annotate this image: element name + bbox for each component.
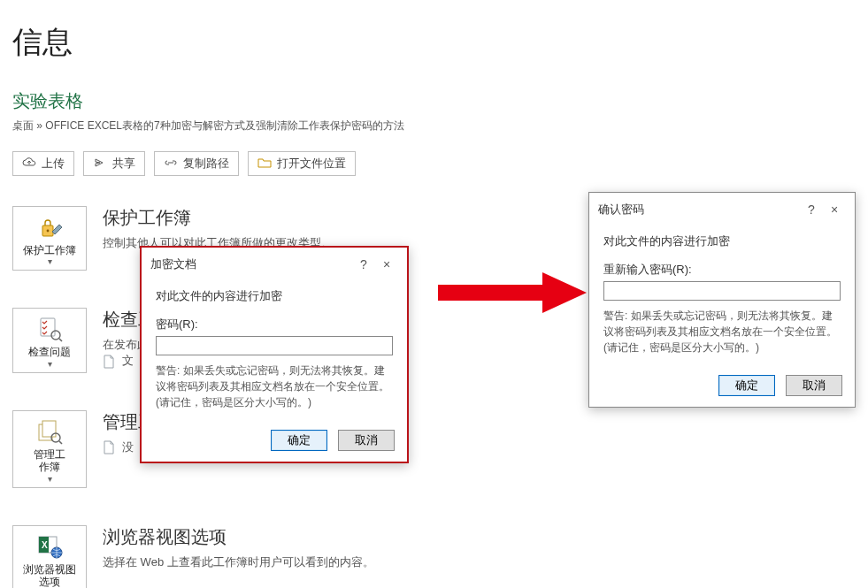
- protect-workbook-tile[interactable]: 保护工作簿 ▾: [12, 206, 87, 271]
- password-warning: 警告: 如果丢失或忘记密码，则无法将其恢复。建议将密码列表及其相应文档名放在一个…: [156, 363, 393, 410]
- password-input[interactable]: [156, 336, 393, 355]
- chevron-down-icon: ▾: [48, 474, 52, 484]
- inspect-tile[interactable]: 检查问题 ▾: [12, 308, 87, 372]
- ok-button[interactable]: 确定: [271, 430, 327, 451]
- dialog-footer: 确定 取消: [589, 368, 855, 407]
- browser-view-tile[interactable]: X 浏览器视图 选项: [12, 525, 87, 588]
- browser-view-tile-label: 浏览器视图 选项: [23, 563, 76, 588]
- open-location-label: 打开文件位置: [277, 156, 346, 172]
- encrypt-document-dialog: 加密文档 ? × 对此文件的内容进行加密 密码(R): 警告: 如果丢失或忘记密…: [140, 246, 409, 463]
- dialog-close-button[interactable]: ×: [375, 255, 398, 274]
- dialog-titlebar: 加密文档 ? ×: [142, 248, 407, 281]
- dialog-help-button[interactable]: ?: [352, 255, 375, 274]
- section-browser-body: 浏览器视图选项 选择在 Web 上查看此工作簿时用户可以看到的内容。: [103, 525, 437, 570]
- share-label: 共享: [112, 156, 135, 172]
- document-name: 实验表格: [12, 89, 437, 113]
- lock-key-icon: [35, 212, 65, 242]
- section-browser-view: X 浏览器视图 选项 浏览器视图选项 选择在 Web 上查看此工作簿时用户可以看…: [12, 525, 437, 588]
- link-icon: [164, 157, 178, 172]
- checklist-magnifier-icon: [35, 314, 65, 344]
- excel-backstage-composite: 信息 实验表格 桌面 » OFFICE EXCEL表格的7种加密与解密方式及强制…: [0, 0, 868, 588]
- chevron-down-icon: ▾: [48, 359, 52, 369]
- copy-path-label: 复制路径: [183, 156, 229, 172]
- arrow-right-icon: [438, 272, 587, 313]
- manage-tile-label: 管理工 作簿: [34, 448, 65, 474]
- dialog-body: 对此文件的内容进行加密 重新输入密码(R): 警告: 如果丢失或忘记密码，则无法…: [589, 226, 855, 368]
- ok-button[interactable]: 确定: [718, 375, 775, 396]
- protect-tile-label: 保护工作簿: [23, 244, 76, 256]
- share-button[interactable]: 共享: [83, 151, 145, 176]
- annotation-arrow: [438, 272, 587, 313]
- dialog-close-button[interactable]: ×: [823, 200, 846, 219]
- upload-label: 上传: [42, 156, 65, 172]
- dialog-subtitle: 对此文件的内容进行加密: [156, 288, 393, 304]
- page-icon: [103, 355, 115, 369]
- page-title: 信息: [12, 22, 437, 63]
- chevron-down-icon: ▾: [48, 256, 52, 266]
- copy-path-button[interactable]: 复制路径: [154, 151, 239, 176]
- svg-point-1: [47, 230, 50, 233]
- password-label: 密码(R):: [156, 317, 393, 332]
- manage-desc-text: 没: [122, 440, 134, 454]
- documents-stack-icon: [35, 416, 65, 447]
- share-icon: [93, 157, 107, 172]
- dialog-title-text: 确认密码: [598, 202, 644, 218]
- dialog-titlebar: 确认密码 ? ×: [589, 193, 855, 226]
- confirm-password-label: 重新输入密码(R):: [603, 262, 841, 278]
- cancel-button[interactable]: 取消: [338, 430, 395, 451]
- dialog-title-text: 加密文档: [150, 256, 196, 272]
- dialog-body: 对此文件的内容进行加密 密码(R): 警告: 如果丢失或忘记密码，则无法将其恢复…: [142, 281, 407, 423]
- confirm-password-input[interactable]: [603, 281, 841, 301]
- cancel-button[interactable]: 取消: [786, 375, 842, 396]
- open-location-button[interactable]: 打开文件位置: [248, 151, 356, 176]
- confirm-password-dialog: 确认密码 ? × 对此文件的内容进行加密 重新输入密码(R): 警告: 如果丢失…: [588, 192, 856, 408]
- section-protect-body: 保护工作簿 控制其他人可以对此工作簿所做的更改类型。: [103, 206, 437, 251]
- page-icon: [103, 440, 115, 454]
- folder-icon: [257, 157, 272, 172]
- cloud-upload-icon: [22, 157, 36, 172]
- inspect-tile-label: 检查问题: [28, 346, 71, 358]
- browser-view-desc: 选择在 Web 上查看此工作簿时用户可以看到的内容。: [103, 554, 437, 570]
- breadcrumb: 桌面 » OFFICE EXCEL表格的7种加密与解密方式及强制清除工作表保护密…: [12, 118, 437, 134]
- dialog-subtitle: 对此文件的内容进行加密: [603, 233, 841, 249]
- svg-text:X: X: [42, 540, 48, 550]
- upload-button[interactable]: 上传: [12, 151, 74, 176]
- excel-globe-icon: X: [35, 531, 65, 561]
- dialog-help-button[interactable]: ?: [800, 200, 823, 219]
- info-toolbar: 上传 共享 复制路径 打开文件位置: [12, 151, 437, 176]
- password-warning: 警告: 如果丢失或忘记密码，则无法将其恢复。建议将密码列表及其相应文档名放在一个…: [603, 308, 841, 355]
- inspect-line2-text: 文: [122, 354, 134, 367]
- protect-title: 保护工作簿: [103, 206, 437, 230]
- browser-view-title: 浏览器视图选项: [103, 525, 437, 549]
- dialog-footer: 确定 取消: [142, 423, 407, 462]
- manage-workbook-tile[interactable]: 管理工 作簿 ▾: [12, 410, 87, 488]
- svg-marker-11: [438, 272, 587, 313]
